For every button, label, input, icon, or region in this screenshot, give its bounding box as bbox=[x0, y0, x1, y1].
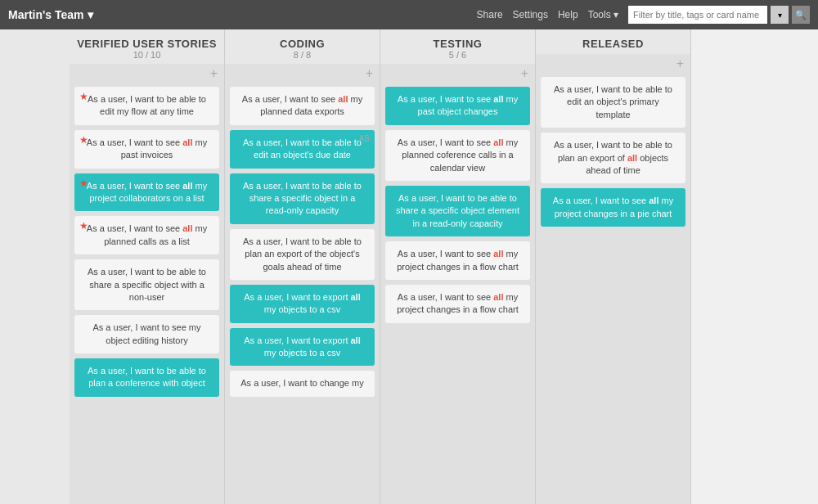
filter-icon-button[interactable]: ▾ bbox=[771, 6, 789, 24]
list-item[interactable]: ★As a user, I want to see all my project… bbox=[74, 173, 219, 212]
column-header-coding: CODING8 / 8 bbox=[225, 29, 380, 64]
card-text: As a user, I want to see all my project … bbox=[553, 196, 673, 218]
card-text: As a user, I want to see all my past obj… bbox=[398, 94, 518, 116]
column-add-released[interactable]: + bbox=[536, 54, 690, 74]
star-icon: ★ bbox=[79, 219, 88, 233]
column-coding: CODING8 / 8+As a user, I want to see all… bbox=[225, 29, 380, 504]
list-item[interactable]: As a user, I want to change my bbox=[230, 371, 375, 396]
list-item[interactable]: As a user, I want to be able to plan an … bbox=[541, 133, 685, 183]
card-text: As a user, I want to see all my project … bbox=[397, 292, 519, 314]
column-title-released: RELEASED bbox=[540, 38, 686, 50]
column-header-testing: TESTING5 / 6 bbox=[380, 29, 535, 64]
card-text: As a user, I want to be able to edit my … bbox=[88, 94, 206, 116]
list-item[interactable]: As a user, I want to export all my objec… bbox=[230, 285, 375, 323]
card-text: As a user, I want to see all my planned … bbox=[398, 137, 518, 173]
column-title-coding: CODING bbox=[229, 38, 375, 50]
team-title[interactable]: Martin's Team ▾ bbox=[8, 8, 93, 21]
column-header-released: RELEASED bbox=[536, 29, 690, 54]
column-testing: TESTING5 / 6+As a user, I want to see al… bbox=[380, 29, 536, 504]
share-link[interactable]: Share bbox=[477, 9, 503, 20]
list-item[interactable]: As a user, I want to see my object editi… bbox=[74, 315, 219, 353]
list-item[interactable]: As a user, I want to be able to share a … bbox=[385, 186, 530, 236]
column-add-verified[interactable]: + bbox=[70, 64, 224, 83]
list-item[interactable]: ★As a user, I want to see all my planned… bbox=[74, 216, 219, 254]
card-text: As a user, I want to change my bbox=[240, 378, 363, 388]
list-item[interactable]: As a user, I want to be able to plan a c… bbox=[74, 358, 219, 397]
list-item[interactable]: As a user, I want to be able to plan an … bbox=[230, 229, 375, 280]
card-text: As a user, I want to see all my past inv… bbox=[87, 137, 207, 160]
column-released: RELEASED+As a user, I want to be able to… bbox=[536, 29, 691, 504]
list-item[interactable]: As a user, I want to see all my project … bbox=[385, 241, 530, 280]
list-item[interactable]: As a user, I want to be able to edit an … bbox=[541, 77, 685, 128]
card-text: As a user, I want to see all my project … bbox=[87, 181, 207, 203]
list-item[interactable]: As a user, I want to see all my project … bbox=[541, 188, 685, 227]
list-item[interactable]: ★As a user, I want to see all my past in… bbox=[74, 130, 219, 169]
column-verified: VERIFIED USER STORIES10 / 10+★As a user,… bbox=[70, 29, 225, 504]
column-add-coding[interactable]: + bbox=[225, 64, 380, 83]
card-text: As a user, I want to be able to share a … bbox=[243, 181, 362, 216]
card-text: As a user, I want to be able to edit an … bbox=[243, 137, 362, 160]
settings-link[interactable]: Settings bbox=[513, 9, 548, 20]
kanban-board: VERIFIED USER STORIES10 / 10+★As a user,… bbox=[0, 29, 818, 504]
card-text: As a user, I want to see all my project … bbox=[397, 249, 519, 271]
column-body-released: As a user, I want to be able to edit an … bbox=[536, 74, 690, 504]
column-body-verified: ★As a user, I want to be able to edit my… bbox=[70, 83, 224, 504]
column-count-verified: 10 / 10 bbox=[74, 50, 220, 60]
card-text: As a user, I want to see my object editi… bbox=[92, 322, 200, 344]
card-text: As a user, I want to see all my planned … bbox=[242, 94, 362, 116]
help-link[interactable]: Help bbox=[558, 9, 578, 20]
list-item[interactable]: As a user, I want to see all my planned … bbox=[385, 130, 530, 181]
column-header-verified: VERIFIED USER STORIES10 / 10 bbox=[70, 29, 224, 64]
left-sidebar bbox=[0, 29, 70, 504]
column-title-verified: VERIFIED USER STORIES bbox=[74, 38, 220, 50]
star-icon: ★ bbox=[79, 90, 88, 104]
filter-container: ▾ 🔍 bbox=[628, 6, 810, 24]
list-item[interactable]: As a user, I want to see all my project … bbox=[385, 285, 530, 323]
card-text: As a user, I want to be able to share a … bbox=[88, 267, 206, 302]
tools-link[interactable]: Tools ▾ bbox=[588, 9, 618, 20]
card-text: As a user, I want to be able to plan an … bbox=[554, 140, 672, 175]
list-item[interactable]: As a user, I want to export all my objec… bbox=[230, 328, 375, 367]
search-button[interactable]: 🔍 bbox=[792, 6, 810, 24]
as-badge: AS bbox=[359, 133, 370, 145]
column-body-testing: As a user, I want to see all my past obj… bbox=[380, 83, 535, 504]
card-text: As a user, I want to be able to plan an … bbox=[243, 236, 362, 272]
card-text: As a user, I want to be able to share a … bbox=[396, 193, 519, 228]
column-count-coding: 8 / 8 bbox=[229, 50, 375, 60]
card-text: As a user, I want to be able to plan a c… bbox=[88, 366, 206, 388]
star-icon: ★ bbox=[79, 177, 88, 191]
column-title-testing: TESTING bbox=[384, 38, 531, 50]
card-text: As a user, I want to be able to edit an … bbox=[554, 84, 672, 119]
list-item[interactable]: As a user, I want to be able to share a … bbox=[74, 259, 219, 310]
column-count-testing: 5 / 6 bbox=[384, 50, 531, 60]
header-nav: Share Settings Help Tools ▾ ▾ 🔍 bbox=[477, 6, 810, 24]
list-item[interactable]: As a user, I want to see all my planned … bbox=[230, 87, 375, 125]
list-item[interactable]: ASAs a user, I want to be able to edit a… bbox=[230, 130, 375, 169]
filter-input[interactable] bbox=[628, 6, 767, 24]
column-add-testing[interactable]: + bbox=[380, 64, 535, 83]
list-item[interactable]: As a user, I want to see all my past obj… bbox=[385, 87, 530, 125]
team-dropdown-icon[interactable]: ▾ bbox=[88, 8, 93, 21]
card-text: As a user, I want to export all my objec… bbox=[244, 335, 360, 358]
column-body-coding: As a user, I want to see all my planned … bbox=[225, 83, 380, 504]
header: Martin's Team ▾ Share Settings Help Tool… bbox=[0, 0, 818, 29]
card-text: As a user, I want to export all my objec… bbox=[244, 292, 360, 314]
team-name-text: Martin's Team bbox=[8, 8, 84, 21]
list-item[interactable]: ★As a user, I want to be able to edit my… bbox=[74, 87, 219, 125]
star-icon: ★ bbox=[79, 133, 88, 147]
card-text: As a user, I want to see all my planned … bbox=[87, 223, 207, 245]
list-item[interactable]: As a user, I want to be able to share a … bbox=[230, 173, 375, 224]
